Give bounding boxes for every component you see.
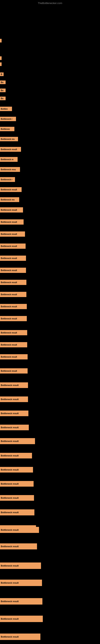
bar-item: Bottleneck result <box>0 268 26 273</box>
bar-item: Bottleneck result <box>0 509 34 516</box>
bar-item: Bo <box>0 88 6 92</box>
bar-item: Bottleneck result <box>0 316 27 321</box>
bar-item: Bottleneck result <box>0 453 32 458</box>
bar-item: Bottleneck result <box>0 410 28 416</box>
bar-item: Bottleneck result <box>0 187 22 192</box>
bar-item: Bottleneck result <box>0 147 21 152</box>
bar-item <box>0 62 1 66</box>
bar-item: Bottleneck result <box>0 219 24 224</box>
bar-item <box>0 56 1 60</box>
bar-item: Bottleneck result <box>0 304 27 309</box>
bar-item <box>0 39 1 42</box>
bar-item: Bottleneck result <box>0 207 23 212</box>
bar-item: Bottleneck re <box>0 157 18 162</box>
bar-item: Bottleneck result <box>0 342 27 347</box>
bar-item: Bottleneck result <box>0 438 35 444</box>
bar-item: Bottleneck result <box>0 232 25 237</box>
bar-item: Bottleneck result <box>0 616 43 622</box>
bar-item: Bottleneck res <box>0 137 18 141</box>
site-title: TheBottlenecker.com <box>0 0 100 6</box>
bar-item: Bottleneck result <box>0 354 28 360</box>
bar-item: Bottleneck r <box>0 117 16 121</box>
bar-item: Bottleneck result <box>0 562 41 569</box>
bar-item: Bottleneck result <box>0 368 28 374</box>
bar-item: Bo <box>0 96 6 100</box>
bar-item: Bottleneck result <box>0 598 42 604</box>
bar-item: Bottleneck result <box>0 396 28 402</box>
bar-item: Bottleneck res <box>0 197 19 202</box>
bar-item: Bottleneck result <box>0 580 42 586</box>
bar-item: Bottleneck result <box>0 292 26 297</box>
bar-item: Bottleneck r <box>0 177 15 182</box>
bar-item: Bottleneck result <box>0 495 34 501</box>
bar-item: Bottleneck result <box>0 330 27 335</box>
bar-item: Bo <box>0 80 6 84</box>
bar-item: Bottleneck result <box>0 481 34 486</box>
bar-item: Bottleneck result <box>0 256 26 261</box>
bar-item: Bottlenec <box>0 127 14 131</box>
bar-item: Bottleneck result <box>0 425 29 430</box>
bar-item: Bottleneck resu <box>0 167 20 172</box>
bar-item: B <box>0 72 3 76</box>
bar-item: Bottleneck result <box>0 244 26 249</box>
bar-item: Bottlen <box>0 107 12 111</box>
bar-item: Bottleneck result <box>0 382 28 388</box>
bar-item: Bottleneck result <box>0 634 40 640</box>
bar-item: Bottleneck result <box>0 544 37 550</box>
bar-item: Bottleneck result <box>0 280 26 285</box>
bar-item: Bottleneck result <box>0 527 39 533</box>
bar-item: Bottleneck result <box>0 467 33 472</box>
